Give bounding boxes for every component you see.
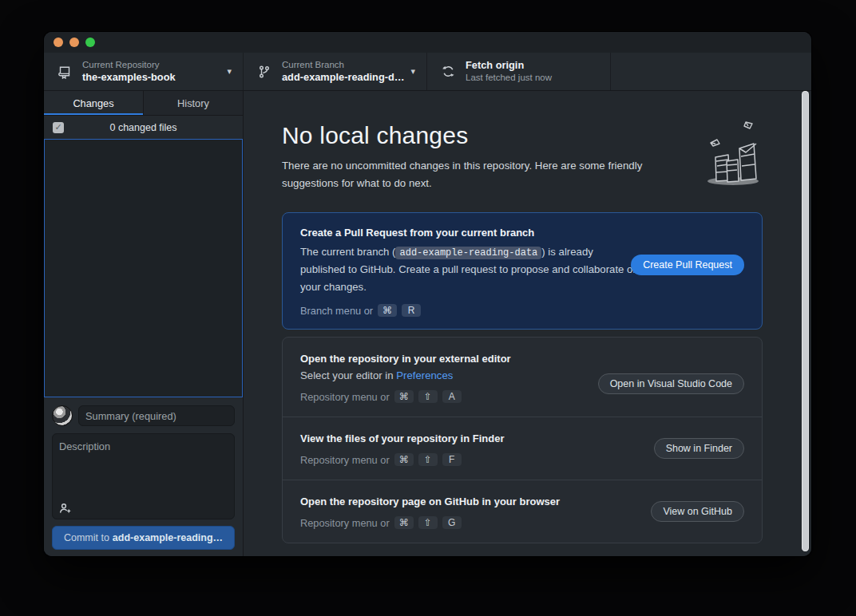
shift-key-chip: ⇧ <box>418 453 438 466</box>
f-key-chip: F <box>442 453 462 466</box>
branch-name: add-example-reading-d… <box>282 71 402 84</box>
finder-shortcut-text: Repository menu or <box>300 454 390 466</box>
tab-history[interactable]: History <box>143 91 243 115</box>
show-in-finder-button[interactable]: Show in Finder <box>654 438 744 459</box>
shift-key-chip: ⇧ <box>418 516 438 529</box>
editor-shortcut-text: Repository menu or <box>300 391 390 403</box>
content-area: Changes History ✓ 0 changed files <box>44 91 811 556</box>
branch-label: Current Branch <box>282 59 402 70</box>
desktop-background: Current Repository the-examples-book ▾ C… <box>0 0 856 616</box>
toolbar: Current Repository the-examples-book ▾ C… <box>44 53 811 91</box>
changed-files-list[interactable] <box>44 139 243 397</box>
commit-panel: Commit to add-example-reading… <box>44 397 243 556</box>
chevron-down-icon: ▾ <box>410 66 415 77</box>
pr-card-body: The current branch (add-example-reading-… <box>300 243 640 295</box>
vertical-scrollbar[interactable] <box>802 91 809 551</box>
r-key-chip: R <box>402 304 421 317</box>
changed-files-count: 0 changed files <box>44 122 243 133</box>
description-input[interactable] <box>52 433 235 519</box>
open-in-editor-button[interactable]: Open in Visual Studio Code <box>598 373 744 394</box>
repository-name: the-examples-book <box>82 71 219 84</box>
suggestions-group: Open the repository in your external edi… <box>282 337 763 543</box>
branch-code-chip: add-example-reading-data <box>395 247 541 259</box>
current-branch-dropdown[interactable]: Current Branch add-example-reading-d… ▾ <box>244 53 427 90</box>
cmd-key-chip: ⌘ <box>378 304 397 317</box>
g-key-chip: G <box>442 516 462 529</box>
repo-book-icon <box>58 65 73 79</box>
view-on-github-row: Open the repository page on GitHub in yo… <box>283 480 762 543</box>
commit-button-prefix: Commit to <box>64 532 109 543</box>
github-shortcut-text: Repository menu or <box>300 517 390 529</box>
commit-summary-row <box>52 405 235 426</box>
close-window-button[interactable] <box>54 38 63 47</box>
fetch-sublabel: Last fetched just now <box>466 72 599 83</box>
show-in-finder-row: View the files of your repository in Fin… <box>283 417 762 480</box>
a-key-chip: A <box>442 390 462 403</box>
chevron-down-icon: ▾ <box>227 66 232 77</box>
open-editor-title: Open the repository in your external edi… <box>300 353 744 365</box>
zoom-window-button[interactable] <box>85 38 95 47</box>
toolbar-spacer <box>611 53 811 90</box>
preferences-link[interactable]: Preferences <box>396 369 453 381</box>
pr-shortcut-hint: Branch menu or ⌘ R <box>300 304 744 317</box>
github-desktop-window: Current Repository the-examples-book ▾ C… <box>44 32 811 556</box>
repository-label: Current Repository <box>82 59 219 70</box>
no-changes-illustration-icon <box>692 120 765 190</box>
pr-card-title: Create a Pull Request from your current … <box>300 227 744 239</box>
minimize-window-button[interactable] <box>69 38 79 47</box>
cmd-key-chip: ⌘ <box>394 390 414 403</box>
main-panel: No local changes There are no uncommitte… <box>244 91 811 556</box>
page-subtitle: There are no uncommitted changes in this… <box>282 157 697 192</box>
fetch-label: Fetch origin <box>466 59 599 72</box>
commit-button-branch: add-example-reading… <box>113 532 223 543</box>
add-coauthor-icon[interactable] <box>59 503 72 514</box>
avatar <box>52 405 73 426</box>
cmd-key-chip: ⌘ <box>394 453 414 466</box>
open-editor-row: Open the repository in your external edi… <box>283 338 762 417</box>
view-on-github-button[interactable]: View on GitHub <box>651 501 744 522</box>
editor-line-text: Select your editor in <box>300 369 396 381</box>
cmd-key-chip: ⌘ <box>394 516 414 529</box>
tab-changes[interactable]: Changes <box>44 91 143 115</box>
create-pr-card: Create a Pull Request from your current … <box>282 212 763 330</box>
fetch-origin-button[interactable]: Fetch origin Last fetched just now <box>427 53 611 90</box>
pr-shortcut-text: Branch menu or <box>300 305 373 317</box>
git-branch-icon <box>258 65 272 79</box>
sidebar-tabs: Changes History <box>44 91 243 116</box>
create-pull-request-button[interactable]: Create Pull Request <box>631 255 744 275</box>
current-repository-dropdown[interactable]: Current Repository the-examples-book ▾ <box>44 53 244 90</box>
sync-icon <box>442 65 456 78</box>
shift-key-chip: ⇧ <box>418 390 438 403</box>
changed-files-header: ✓ 0 changed files <box>44 116 243 139</box>
description-wrap <box>52 433 235 519</box>
commit-button[interactable]: Commit to add-example-reading… <box>52 526 235 550</box>
sidebar: Changes History ✓ 0 changed files <box>44 91 244 556</box>
titlebar <box>44 32 811 53</box>
summary-input[interactable] <box>78 405 235 426</box>
pr-body-before: The current branch ( <box>300 246 395 258</box>
